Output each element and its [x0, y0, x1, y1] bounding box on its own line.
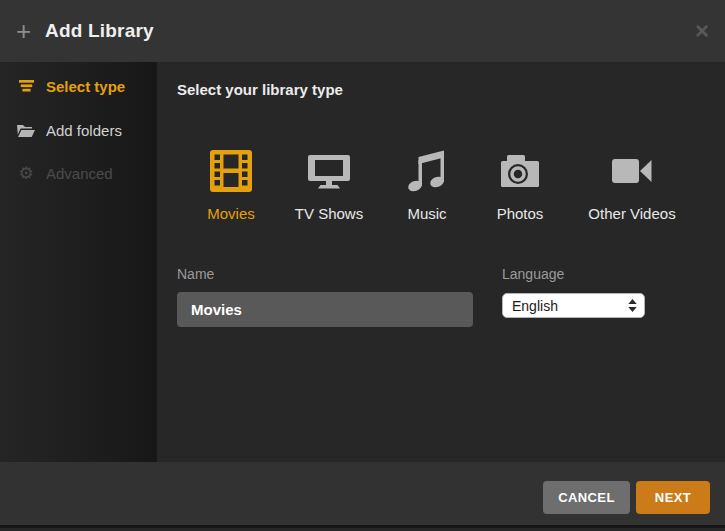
next-button[interactable]: NEXT: [636, 481, 710, 514]
panel-heading: Select your library type: [177, 81, 343, 98]
sidebar-item-add-folders[interactable]: Add folders: [17, 116, 122, 144]
music-note-icon: [404, 148, 450, 194]
folder-icon: [17, 124, 35, 137]
film-strip-icon: [208, 148, 254, 194]
language-select[interactable]: English: [502, 293, 645, 318]
select-type-panel: Select your library type Movies: [157, 62, 725, 462]
library-type-other-videos[interactable]: Other Videos: [577, 148, 687, 222]
library-type-label: Movies: [191, 205, 271, 222]
camera-icon: [497, 148, 543, 194]
library-name-input[interactable]: [177, 292, 473, 327]
language-selected-value: English: [512, 298, 558, 314]
library-type-music[interactable]: Music: [387, 148, 467, 222]
library-type-label: Other Videos: [577, 205, 687, 222]
sidebar-item-label: Select type: [46, 78, 125, 95]
library-type-tv-shows[interactable]: TV Shows: [289, 148, 369, 222]
gear-icon: ⚙: [17, 165, 35, 182]
wizard-steps-sidebar: Select type Add folders ⚙ Advanced: [0, 62, 157, 462]
dialog-title: Add Library: [45, 0, 154, 62]
library-type-label: Music: [387, 205, 467, 222]
close-icon[interactable]: ×: [695, 0, 709, 62]
cancel-button[interactable]: CANCEL: [543, 481, 630, 514]
sidebar-item-advanced[interactable]: ⚙ Advanced: [17, 159, 113, 187]
library-type-movies[interactable]: Movies: [191, 148, 271, 222]
video-camera-icon: [609, 148, 655, 194]
dialog-footer: CANCEL NEXT: [0, 462, 725, 528]
library-type-label: Photos: [480, 205, 560, 222]
language-field-label: Language: [502, 266, 564, 282]
sidebar-item-label: Add folders: [46, 122, 122, 139]
dialog-header: + Add Library ×: [0, 0, 725, 62]
tv-icon: [306, 148, 352, 194]
sidebar-item-label: Advanced: [46, 165, 113, 182]
add-library-dialog: + Add Library × Select type Add fold: [0, 0, 725, 531]
filter-lines-icon: [17, 80, 35, 92]
library-type-photos[interactable]: Photos: [480, 148, 560, 222]
plus-icon: +: [16, 0, 31, 62]
sidebar-item-select-type[interactable]: Select type: [17, 72, 125, 100]
select-stepper-arrows-icon: [628, 299, 637, 315]
name-field-label: Name: [177, 266, 214, 282]
library-type-label: TV Shows: [289, 205, 369, 222]
